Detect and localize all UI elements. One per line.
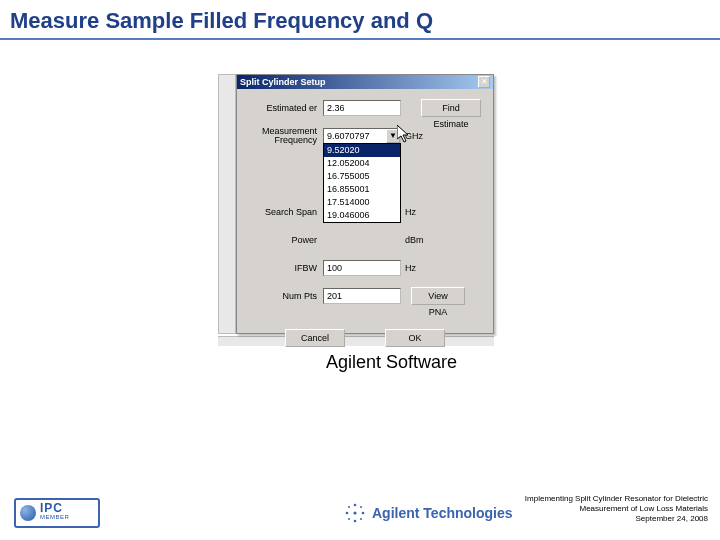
footer-line-1: Implementing Split Cylinder Resonator fo… (525, 494, 708, 504)
footer-text: Implementing Split Cylinder Resonator fo… (525, 494, 708, 524)
svg-point-6 (360, 506, 362, 508)
ipc-member-badge: IPC MEMBER (14, 498, 100, 528)
row-ifbw: IFBW 100 Hz (245, 259, 485, 277)
footer-line-3: September 24, 2008 (525, 514, 708, 524)
svg-point-8 (360, 518, 362, 520)
svg-point-2 (354, 520, 357, 523)
dropdown-item[interactable]: 9.52020 (324, 144, 400, 157)
svg-point-5 (348, 506, 350, 508)
title-underline (0, 38, 720, 40)
svg-point-9 (353, 511, 356, 514)
ok-button[interactable]: OK (385, 329, 445, 347)
svg-point-7 (348, 518, 350, 520)
label-num-pts: Num Pts (245, 291, 323, 302)
unit-hz-ifbw: Hz (405, 263, 416, 273)
label-search-span: Search Span (245, 208, 323, 217)
dropdown-item[interactable]: 12.052004 (324, 157, 400, 170)
dropdown-item[interactable]: 16.855001 (324, 183, 400, 196)
globe-icon (20, 505, 36, 521)
cancel-button[interactable]: Cancel (285, 329, 345, 347)
row-num-pts: Num Pts 201 View PNA (245, 287, 485, 305)
svg-point-1 (354, 504, 357, 507)
ipc-text: IPC (40, 504, 69, 513)
agilent-logo: Agilent Technologies (344, 502, 513, 524)
label-measurement-frequency: Measurement Frequency (245, 127, 323, 145)
dropdown-item[interactable]: 17.514000 (324, 196, 400, 209)
row-power: Power dBm (245, 231, 485, 249)
svg-point-3 (346, 512, 349, 515)
screenshot-caption: Agilent Software (326, 352, 457, 373)
svg-marker-0 (397, 125, 408, 142)
dialog-button-row: Cancel OK (245, 329, 485, 347)
input-ifbw[interactable]: 100 (323, 260, 401, 276)
unit-hz: Hz (405, 207, 416, 217)
close-icon[interactable]: ✕ (478, 76, 490, 88)
dropdown-item[interactable]: 19.046006 (324, 209, 400, 222)
split-cylinder-setup-dialog: Split Cylinder Setup ✕ Estimated er 2.36… (236, 74, 494, 334)
slide-footer: IPC MEMBER Agilent Technologies Implemen… (0, 478, 720, 540)
dropdown-measurement-frequency[interactable]: 9.52020 12.052004 16.755005 16.855001 17… (323, 143, 401, 223)
label-estimated-er: Estimated er (245, 103, 323, 114)
agilent-spark-icon (344, 502, 366, 524)
slide-title: Measure Sample Filled Frequency and Q (10, 8, 433, 34)
dialog-titlebar[interactable]: Split Cylinder Setup ✕ (237, 75, 493, 89)
label-power: Power (245, 235, 323, 246)
dialog-body: Estimated er 2.36 Find Estimate Measurem… (237, 89, 493, 333)
footer-line-2: Measurement of Low Loss Materials (525, 504, 708, 514)
view-pna-button[interactable]: View PNA (411, 287, 465, 305)
agilent-text: Agilent Technologies (372, 505, 513, 521)
combo-value: 9.6070797 (324, 131, 386, 141)
row-estimated-er: Estimated er 2.36 Find Estimate (245, 99, 485, 117)
input-estimated-er[interactable]: 2.36 (323, 100, 401, 116)
label-ifbw: IFBW (245, 263, 323, 274)
svg-point-4 (362, 512, 365, 515)
mouse-cursor-icon (397, 125, 411, 143)
find-estimate-button[interactable]: Find Estimate (421, 99, 481, 117)
dropdown-item[interactable]: 16.755005 (324, 170, 400, 183)
dialog-title: Split Cylinder Setup (240, 77, 326, 87)
ipc-member-text: MEMBER (40, 513, 69, 522)
unit-dbm: dBm (405, 235, 424, 245)
background-panel-stub (218, 74, 236, 334)
combo-measurement-frequency[interactable]: 9.6070797 ▼ (323, 128, 401, 144)
input-num-pts[interactable]: 201 (323, 288, 401, 304)
